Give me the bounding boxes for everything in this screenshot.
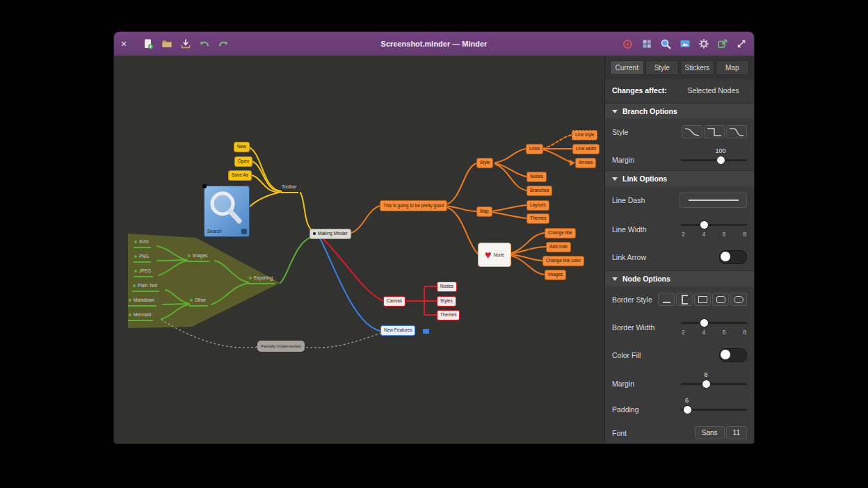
share-export-button[interactable] [717,38,728,49]
mindmap-node-style[interactable]: Style [476,158,493,168]
branch-margin-slider[interactable]: 100 [681,156,747,164]
underline-border-icon [663,295,670,303]
mindmap-node-branches[interactable]: Branches [527,186,552,196]
mindmap-node-open[interactable]: Open [234,156,252,167]
node-bullet [129,299,131,302]
redo-button[interactable] [218,38,229,49]
link-arrow-row: Link Arrow [605,244,754,270]
node-options-header[interactable]: Node Options [605,270,754,286]
node-margin-slider[interactable]: 8 [681,380,747,388]
link-options-header[interactable]: Link Options [605,170,754,186]
mindmap-node-plain-text[interactable]: Plain Text [132,282,159,292]
zoom-button[interactable] [660,38,672,50]
mindmap-node-themes[interactable]: Themes [527,213,549,224]
border-style-row: Border Style [605,286,754,312]
fullscreen-icon [736,38,747,49]
mindmap-node-new-features[interactable]: New Features [380,325,415,336]
mindmap-node-links[interactable]: Links [526,144,543,154]
node-bullet [133,284,136,287]
square-border-icon [698,296,707,303]
undo-button[interactable] [199,38,210,49]
branch-margin-value: 100 [715,147,725,154]
mindmap-node-toolbar[interactable]: Toolbar [281,184,298,193]
branch-options-header[interactable]: Branch Options [605,103,754,119]
mindmap-node-canvas-styles[interactable]: Styles [437,296,456,307]
mindmap-node-canvas-nodes[interactable]: Nodes [437,282,457,292]
sticker-grid-button[interactable] [641,38,652,49]
export-image-button[interactable] [680,38,691,49]
mindmap-node-jpeg[interactable]: JPEG [134,268,153,277]
mindmap-node-node-image[interactable]: Node [478,243,511,267]
node-bullet [188,254,191,257]
node-padding-row: Padding 6 [605,394,754,420]
properties-sidebar: Current Style Stickers Map Changes affec… [604,56,754,444]
mindmap-node-nodes[interactable]: Nodes [527,172,547,182]
headerbar: × Screenshot.minder — Minder [114,32,754,56]
border-style-rounded-button[interactable] [712,293,729,306]
font-family-button[interactable]: Sans [695,426,725,439]
color-fill-toggle[interactable] [719,348,747,362]
mindmap-node-save-as[interactable]: Save As [228,170,252,181]
mindmap-node-root[interactable]: Making Minder [310,229,351,239]
border-width-slider[interactable] [681,318,747,327]
tab-style[interactable]: Style [645,60,680,75]
node-padding-slider[interactable]: 6 [681,405,747,414]
mindmap-node-change-link-color[interactable]: Change link color [542,256,584,266]
slider-thumb[interactable] [716,156,725,165]
node-bullet [313,232,316,235]
focus-mode-button[interactable] [622,38,634,50]
mindmap-node-arrows[interactable]: Arrows [575,158,596,168]
tab-current[interactable]: Current [610,60,644,75]
mindmap-node-add-note[interactable]: Add note [546,242,571,252]
line-width-slider[interactable] [681,220,747,229]
save-import-button[interactable] [180,38,191,49]
slider-thumb[interactable] [683,405,692,414]
mindmap-node-line-style[interactable]: Line style [572,130,597,140]
mindmap-node-other[interactable]: Other [189,297,208,307]
branch-style-squared-button[interactable] [704,125,725,138]
changes-affect-label: Changes affect: [612,86,680,95]
line-dash-button[interactable] [680,193,747,208]
node-bullet [249,277,252,279]
mindmap-node-layouts[interactable]: Layouts [527,200,549,211]
mindmap-canvas[interactable]: Making Minder Toolbar New Open Save As S… [114,56,604,444]
new-document-button[interactable] [143,38,154,49]
mindmap-node-images-leaf[interactable]: Images [545,270,566,280]
border-style-square-button[interactable] [694,293,711,306]
resize-handle-icon[interactable] [241,229,247,234]
link-arrow-toggle[interactable] [719,250,747,264]
fullscreen-button[interactable] [736,38,747,49]
node-margin-row: Margin 8 [605,368,754,394]
tab-map[interactable]: Map [716,60,750,75]
window-close-button[interactable]: × [121,39,127,49]
border-style-underline-button[interactable] [658,293,675,306]
new-document-icon [143,38,154,49]
mindmap-node-map[interactable]: Map [476,206,492,217]
tab-stickers[interactable]: Stickers [680,60,714,75]
mindmap-node-canvas[interactable]: Canvas [383,296,405,307]
slider-thumb[interactable] [702,380,711,389]
font-size-button[interactable]: 11 [726,426,747,439]
slider-thumb[interactable] [700,220,709,229]
settings-button[interactable] [698,38,709,49]
mindmap-node-markdown[interactable]: Markdown [128,297,156,307]
branch-style-rounded-button[interactable] [726,125,747,138]
slider-thumb[interactable] [700,318,709,327]
mindmap-node-svg[interactable]: SVG [134,238,151,248]
note-indicator-icon[interactable] [423,329,429,334]
border-style-bracket-button[interactable] [676,293,693,306]
mindmap-node-pretty-good[interactable]: This is going to be pretty good [380,200,447,211]
mindmap-node-change-title[interactable]: Change title [545,228,576,238]
branch-style-curved-button[interactable] [682,125,702,138]
mindmap-node-search-image[interactable]: Search [204,186,250,237]
mindmap-node-mermaid[interactable]: Mermaid [128,311,153,321]
border-style-pill-button[interactable] [730,293,747,306]
mindmap-node-images[interactable]: Images [187,252,209,262]
mindmap-node-new[interactable]: New [234,142,250,152]
open-folder-button[interactable] [161,38,172,49]
mindmap-node-line-width[interactable]: Line width [572,144,600,154]
mindmap-callout[interactable]: Partially Implemented [257,341,305,352]
mindmap-node-png[interactable]: PNG [134,253,151,263]
mindmap-node-canvas-themes[interactable]: Themes [437,310,460,320]
mindmap-node-exporting[interactable]: Exporting [248,275,275,284]
